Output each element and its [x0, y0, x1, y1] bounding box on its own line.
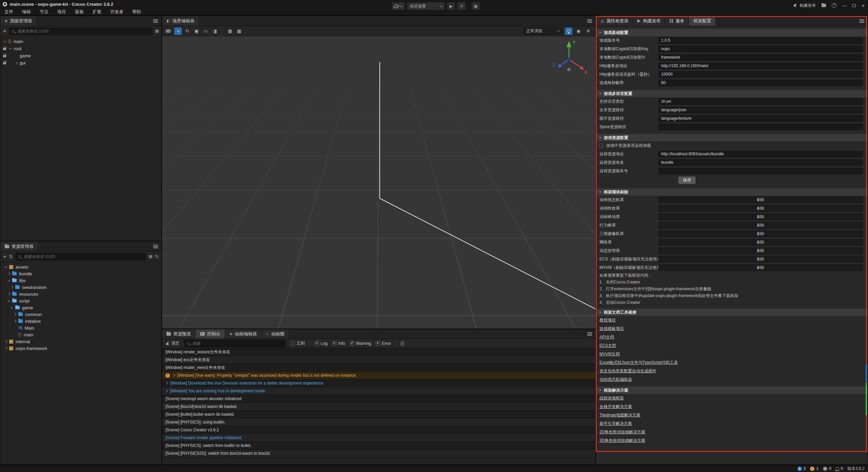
checkbox[interactable] — [315, 341, 319, 346]
field-input[interactable]: zh,en — [658, 98, 863, 105]
checkbox[interactable] — [350, 341, 354, 346]
asset-node[interactable]: initialize — [0, 318, 161, 324]
rotate-snap-tool[interactable]: ▩ — [235, 27, 243, 35]
console-menu-icon[interactable] — [587, 334, 592, 334]
menu-item[interactable]: 扩展 — [88, 8, 106, 16]
add-node-button[interactable]: + — [3, 28, 6, 34]
asset-node[interactable]: common — [0, 311, 161, 318]
regex-checkbox[interactable] — [291, 341, 295, 346]
expand-toggle-icon[interactable] — [7, 278, 10, 281]
console-log-row[interactable]: [Scene] [box2d]:box2d wasm lib loaded. — [162, 403, 595, 411]
asset-node[interactable]: oops-framework — [0, 345, 161, 352]
tab-构建发布[interactable]: 构建发布 — [633, 16, 665, 26]
expand-toggle-icon[interactable] — [9, 47, 12, 50]
doc-link[interactable]: Tiledmap地图解决方案 — [599, 412, 640, 418]
filter-Info[interactable]: Info — [332, 341, 345, 346]
field-input[interactable]: http://localhost:8083/assets/bundle — [658, 151, 863, 157]
menu-item[interactable]: 开发者 — [106, 8, 128, 16]
mode-3d-toggle[interactable]: 3D — [165, 29, 171, 34]
remove-module-button[interactable]: 剔除 — [658, 231, 863, 237]
tab-动画编辑器[interactable]: ◈动画编辑器 — [225, 329, 261, 338]
build-publish-button[interactable]: 构建发布 — [793, 3, 816, 8]
console-log-row[interactable]: [Scene] [PHYSICS]: switch from builtin t… — [162, 442, 595, 450]
asset-node[interactable]: game — [0, 304, 161, 311]
notification-count[interactable]: 0 — [836, 466, 843, 471]
checkbox[interactable] — [332, 341, 337, 346]
doc-link[interactable]: 3D角色扮演游戏解决方案 — [599, 438, 645, 444]
grid-snap-tool[interactable]: ▦ — [226, 27, 234, 35]
console-search[interactable] — [184, 340, 286, 347]
remove-module-button[interactable]: 剔除 — [658, 222, 863, 229]
remove-module-button[interactable]: 剔除 — [658, 197, 863, 203]
asset-node[interactable]: seedrandom — [0, 284, 161, 291]
scrollbar-thumb-blue[interactable] — [866, 365, 867, 382]
doc-link[interactable]: 游戏模板项目 — [599, 326, 624, 332]
hierarchy-node[interactable]: main — [0, 38, 161, 45]
console-log-row[interactable]: [Scene] [bullet]:bullet wasm lib loaded. — [162, 411, 595, 418]
field-input[interactable]: bundle — [658, 159, 863, 166]
pivot-tool[interactable]: ◨ — [211, 27, 218, 35]
help-icon[interactable]: ? — [832, 3, 836, 8]
scene-select[interactable]: 当前场景 — [407, 2, 445, 10]
section-collapse-icon[interactable] — [599, 136, 601, 138]
doc-link[interactable]: ECS文档 — [599, 343, 616, 349]
scene-menu-icon[interactable] — [587, 21, 592, 21]
asset-node[interactable]: resources — [0, 291, 161, 297]
tab-hierarchy[interactable]: ◈ 层级管理器 — [0, 16, 37, 26]
expand-toggle-icon[interactable] — [11, 286, 13, 289]
console-log-row[interactable]: [Scene] [PHYSICS]: using builtin. — [162, 418, 595, 426]
console-log-row[interactable]: [Scene] meshopt wasm decoder initialized — [162, 395, 595, 403]
section-header[interactable]: 框架模块剔除 — [596, 188, 868, 196]
section-header[interactable]: 游戏基础配置 — [596, 29, 868, 36]
hierarchy-node[interactable]: game — [0, 52, 161, 59]
section-header[interactable]: 游戏多语言配置 — [596, 90, 868, 97]
assets-menu-icon[interactable] — [153, 246, 158, 247]
expand-toggle-icon[interactable] — [14, 313, 16, 316]
hierarchy-node[interactable]: root — [0, 45, 161, 52]
asset-node[interactable]: main — [0, 331, 161, 338]
console-log-row[interactable]: [Window] model_view文件夹存在 — [162, 364, 595, 372]
remove-module-button[interactable]: 剔除 — [658, 256, 863, 262]
remove-module-button[interactable]: 剔除 — [658, 239, 863, 245]
device-preview-button[interactable]: ▦ — [471, 2, 480, 10]
inspector-menu-icon[interactable] — [860, 21, 864, 21]
hierarchy-node[interactable]: gui — [0, 59, 161, 66]
tab-assets[interactable]: 资源管理器 — [0, 241, 38, 251]
doc-link[interactable]: API文档 — [599, 334, 614, 340]
hierarchy-filter-icon[interactable] — [155, 31, 159, 32]
menu-item[interactable]: 文件 — [0, 8, 18, 16]
console-log-row[interactable]: [Window] render_texture文件夹存在 — [162, 348, 595, 356]
regex-toggle[interactable]: 正则 — [291, 340, 305, 346]
field-input[interactable]: language/texture — [658, 115, 863, 122]
scrollbar-thumb-green[interactable] — [866, 383, 867, 415]
hierarchy-menu-icon[interactable] — [153, 21, 158, 21]
play-button[interactable]: ▶ — [447, 2, 455, 10]
hierarchy-search-input[interactable] — [17, 29, 150, 34]
add-asset-button[interactable]: + — [3, 254, 6, 259]
asset-node[interactable]: script — [0, 297, 161, 304]
save-button[interactable]: 保存 — [678, 177, 695, 184]
scene-settings-button[interactable]: ✲ — [585, 27, 592, 35]
console-log-row[interactable]: [Window] ecs文件夹存在 — [162, 356, 595, 364]
console-log-row[interactable]: [Scene] Cocos Creator v3.8.2 — [162, 426, 595, 434]
expand-toggle-icon[interactable] — [15, 61, 18, 64]
expand-toggle-icon[interactable] — [7, 293, 10, 295]
maximize-button[interactable] — [852, 4, 856, 7]
field-input[interactable]: 1.0.5 — [658, 37, 863, 44]
view-mode-select[interactable]: 正常浏览 — [523, 27, 563, 35]
expand-toggle-icon[interactable] — [11, 306, 13, 308]
hierarchy-search[interactable] — [9, 27, 153, 35]
doc-link[interactable]: 战棋游戏框架 — [599, 395, 624, 401]
asset-node[interactable]: TSMain — [0, 324, 161, 331]
error-count[interactable]: × 0 — [823, 466, 831, 471]
remove-module-button[interactable]: 剔除 — [658, 248, 863, 254]
section-collapse-icon[interactable] — [599, 190, 601, 193]
menu-item[interactable]: 面板 — [71, 8, 88, 16]
asset-node[interactable]: internal — [0, 338, 161, 345]
info-count[interactable]: i 3 — [797, 466, 806, 471]
console-log-row[interactable]: [Window] You are running Vue in developm… — [162, 387, 595, 395]
doc-link[interactable]: 动画状态机编辑器 — [599, 377, 632, 382]
rotate-tool[interactable]: ↻ — [183, 27, 191, 35]
minimize-button[interactable]: — — [842, 3, 847, 8]
section-collapse-icon[interactable] — [599, 389, 601, 391]
